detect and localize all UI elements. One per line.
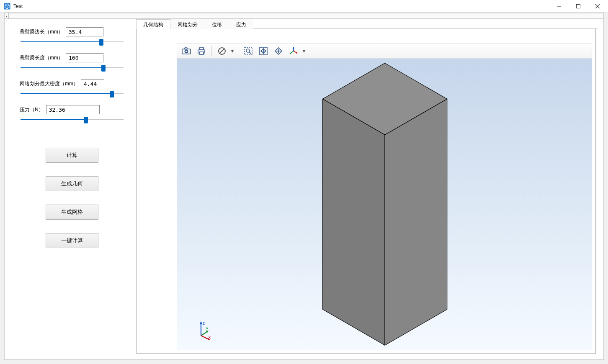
viewport-3d[interactable]: z y x — [177, 59, 592, 350]
tabs: 几何结构 网格划分 位移 应力 — [136, 19, 598, 29]
svg-marker-28 — [385, 99, 447, 346]
generate-geometry-button[interactable]: 生成几何 — [46, 176, 98, 191]
svg-point-8 — [185, 51, 187, 52]
svg-rect-14 — [245, 47, 252, 55]
svg-rect-2 — [577, 4, 580, 8]
zoom-box-icon[interactable] — [241, 45, 256, 57]
compute-button[interactable]: 计算 — [46, 148, 98, 163]
param-force-slider[interactable] — [20, 117, 124, 123]
tab-geometry[interactable]: 几何结构 — [136, 19, 170, 29]
svg-line-31 — [201, 331, 208, 336]
svg-rect-6 — [185, 48, 187, 49]
one-key-compute-button[interactable]: 一键计算 — [46, 233, 98, 248]
close-button[interactable] — [588, 0, 607, 13]
geometry-cuboid — [323, 63, 447, 345]
param-force-input[interactable] — [46, 105, 100, 114]
top-divider: · — [5, 13, 603, 19]
svg-rect-10 — [199, 48, 204, 50]
titlebar: Test — [0, 0, 608, 13]
tab-displacement[interactable]: 位移 — [205, 19, 229, 29]
zoom-extents-icon[interactable] — [256, 45, 271, 57]
generate-mesh-button[interactable]: 生成网格 — [46, 205, 98, 220]
viewer-toolbar: ▾ ▾ — [177, 44, 592, 59]
zoom-selection-icon[interactable] — [271, 45, 286, 57]
param-mesh: 网络划分最大密度（mm） — [20, 79, 124, 97]
param-length: 悬臂梁长度（mm） — [20, 53, 124, 71]
main-area: 几何结构 网格划分 位移 应力 ▾ — [136, 19, 598, 354]
param-force-label: 压力（N） — [20, 106, 44, 113]
axis-triad: z y x — [193, 320, 212, 341]
minimize-button[interactable] — [549, 0, 569, 13]
svg-text:z: z — [203, 321, 205, 326]
svg-line-16 — [249, 52, 251, 54]
param-edge: 悬臂梁边长（mm） — [20, 27, 124, 45]
param-mesh-label: 网络划分最大密度（mm） — [20, 80, 78, 87]
param-mesh-slider[interactable] — [20, 91, 124, 97]
param-edge-slider[interactable] — [20, 39, 124, 45]
no-entry-dropdown[interactable]: ▾ — [229, 48, 235, 54]
svg-text:y: y — [206, 326, 208, 331]
divider-handle[interactable]: · — [5, 13, 9, 19]
camera-icon[interactable] — [179, 45, 194, 57]
axis-orientation-icon[interactable] — [286, 45, 301, 57]
no-entry-icon[interactable] — [214, 45, 229, 57]
sidebar: 悬臂梁边长（mm） 悬臂梁长度（mm） 网络划分最大密度（mm） — [10, 19, 136, 354]
svg-point-15 — [246, 49, 250, 52]
print-icon[interactable] — [194, 45, 209, 57]
viewer-panel: ▾ ▾ — [136, 29, 596, 354]
window-body: · 悬臂梁边长（mm） 悬臂梁长度（mm） 网络划分最大密度（mm） — [4, 13, 604, 360]
window-title: Test — [13, 3, 23, 9]
param-edge-input[interactable] — [66, 27, 103, 36]
tab-mesh[interactable]: 网格划分 — [170, 19, 205, 29]
svg-marker-27 — [323, 99, 385, 346]
svg-line-13 — [219, 49, 224, 54]
param-edge-label: 悬臂梁边长（mm） — [20, 28, 63, 36]
axis-orientation-dropdown[interactable]: ▾ — [301, 48, 307, 54]
svg-text:x: x — [209, 335, 211, 340]
param-force: 压力（N） — [20, 105, 124, 123]
maximize-button[interactable] — [569, 0, 588, 13]
param-mesh-input[interactable] — [81, 79, 104, 88]
tab-stress[interactable]: 应力 — [229, 19, 253, 29]
param-length-label: 悬臂梁长度（mm） — [20, 54, 63, 62]
app-box-icon — [3, 3, 11, 10]
param-length-input[interactable] — [66, 53, 103, 62]
svg-rect-11 — [199, 52, 204, 54]
param-length-slider[interactable] — [20, 65, 124, 71]
